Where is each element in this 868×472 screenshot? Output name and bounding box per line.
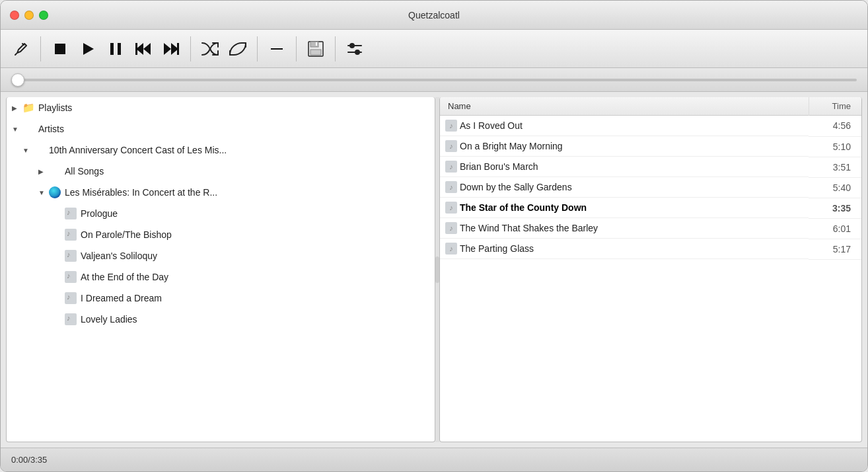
track-time: 3:51: [809, 157, 861, 177]
music-note-icon-3: [65, 250, 77, 262]
sidebar-item-playlists[interactable]: ▶ 📁 Playlists: [7, 97, 435, 118]
track-name: ♪ On a Bright May Morning: [440, 136, 809, 157]
sidebar-item-artists[interactable]: ▼ Artists: [7, 118, 435, 139]
sidebar-item-album1[interactable]: ▼ Les Misérables: In Concert at the R...: [7, 182, 435, 203]
track-time: 5:40: [809, 177, 861, 198]
save-button[interactable]: [303, 36, 328, 61]
svg-rect-14: [310, 42, 318, 47]
track-name: ♪ The Parting Glass: [440, 239, 809, 259]
main-content: ▶ 📁 Playlists ▼ Artists ▼ 10th Anniversa…: [1, 92, 867, 448]
progress-thumb[interactable]: [11, 73, 24, 87]
track-title: The Wind That Shakes the Barley: [460, 223, 598, 233]
svg-marker-3: [83, 43, 94, 55]
sidebar-item-valjean[interactable]: Valjean's Soliloquy: [7, 245, 435, 266]
svg-rect-16: [316, 42, 317, 46]
divider3: [257, 36, 258, 61]
divider4: [296, 36, 297, 61]
toolbar: [1, 30, 867, 68]
shuffle-icon: [201, 42, 219, 56]
sidebar-item-attheend[interactable]: At the End of the Day: [7, 266, 435, 288]
divider5: [335, 36, 336, 61]
save-icon: [307, 40, 324, 58]
svg-rect-4: [110, 43, 114, 55]
table-row[interactable]: ♪ The Parting Glass 5:17: [440, 239, 861, 259]
shuffle-button[interactable]: [198, 36, 223, 61]
table-row[interactable]: ♪ Down by the Sally Gardens 5:40: [440, 177, 861, 198]
repeat-button[interactable]: [225, 36, 250, 61]
sidebar-item-prologue[interactable]: Prologue: [7, 203, 435, 224]
pause-button[interactable]: [103, 36, 128, 61]
progress-track[interactable]: [11, 79, 857, 81]
table-row[interactable]: ♪ The Star of the County Down 3:35: [440, 198, 861, 218]
titlebar: Quetzalcoatl: [1, 1, 867, 30]
album-icon: [49, 186, 61, 198]
arrow-album1: ▼: [38, 189, 49, 196]
sidebar-item-allsongs[interactable]: ▶ All Songs: [7, 161, 435, 182]
track-name: ♪ Down by the Sally Gardens: [440, 177, 809, 198]
col-time[interactable]: Time: [809, 97, 861, 116]
music-note-icon: [65, 208, 77, 219]
track-time: 3:35: [809, 198, 861, 218]
attheend-label: At the End of the Day: [81, 272, 168, 282]
repeat-icon: [229, 42, 247, 56]
play-button[interactable]: [75, 36, 100, 61]
table-row[interactable]: ♪ The Wind That Shakes the Barley 6:01: [440, 218, 861, 239]
table-row[interactable]: ♪ As I Roved Out 4:56: [440, 116, 861, 137]
track-table: Name Time ♪ As I Roved Out 4:56 ♪ On a B…: [440, 97, 861, 260]
divider1: [40, 36, 41, 61]
playback-time: 0:00/3:35: [11, 455, 47, 465]
track-title: On a Bright May Morning: [460, 141, 563, 151]
svg-rect-2: [55, 44, 65, 54]
window-controls: [10, 11, 48, 20]
arrow-playlists: ▶: [12, 104, 22, 112]
music-note-icon-2: [65, 229, 77, 241]
prologue-label: Prologue: [81, 208, 118, 219]
next-icon: [163, 42, 180, 56]
arrow-artist1: ▼: [22, 147, 33, 154]
folder-icon: 📁: [22, 102, 36, 114]
arrow-allsongs: ▶: [38, 168, 49, 175]
col-name[interactable]: Name: [440, 97, 809, 116]
table-row[interactable]: ♪ On a Bright May Morning 5:10: [440, 136, 861, 157]
svg-point-20: [355, 50, 359, 54]
table-row[interactable]: ♪ Brian Boru's March 3:51: [440, 157, 861, 177]
previous-button[interactable]: [131, 36, 156, 61]
track-title: Down by the Sally Gardens: [460, 182, 572, 192]
track-time: 4:56: [809, 116, 861, 137]
music-note-icon-4: [65, 271, 77, 283]
svg-rect-8: [135, 43, 137, 55]
valjean-label: Valjean's Soliloquy: [81, 251, 157, 261]
svg-rect-11: [177, 43, 179, 55]
svg-rect-12: [271, 48, 283, 50]
track-time: 5:17: [809, 239, 861, 259]
next-button[interactable]: [159, 36, 184, 61]
minimize-button[interactable]: [24, 11, 34, 20]
track-title: As I Roved Out: [460, 120, 523, 131]
onparole-label: On Parole/The Bishop: [81, 229, 172, 240]
equalizer-button[interactable]: [342, 36, 367, 61]
svg-line-0: [22, 44, 24, 45]
svg-marker-10: [164, 43, 171, 55]
window-title: Quetzalcoatl: [408, 10, 460, 20]
close-button[interactable]: [10, 11, 19, 20]
minus-icon: [270, 42, 284, 56]
stop-icon: [53, 42, 67, 56]
stop-button[interactable]: [48, 36, 73, 61]
arrow-artists: ▼: [12, 126, 22, 133]
pause-icon: [108, 42, 123, 56]
music-note-icon-5: [65, 292, 77, 304]
album1-label: Les Misérables: In Concert at the R...: [65, 187, 217, 198]
track-title: Brian Boru's March: [460, 161, 538, 172]
sidebar-item-artist1[interactable]: ▼ 10th Anniversary Concert Cast of Les M…: [7, 139, 435, 161]
left-panel: ▶ 📁 Playlists ▼ Artists ▼ 10th Anniversa…: [6, 97, 435, 442]
eyedropper-button[interactable]: [9, 36, 34, 61]
svg-rect-5: [118, 43, 121, 55]
sidebar-item-lovelyladies[interactable]: Lovely Ladies: [7, 309, 435, 330]
sidebar-item-onparole[interactable]: On Parole/The Bishop: [7, 224, 435, 245]
track-title: The Parting Glass: [460, 243, 534, 254]
track-time: 5:10: [809, 136, 861, 157]
artists-label: Artists: [38, 124, 64, 134]
maximize-button[interactable]: [39, 11, 48, 20]
sidebar-item-idreamed[interactable]: I Dreamed a Dream: [7, 288, 435, 309]
separator-button[interactable]: [264, 36, 289, 61]
